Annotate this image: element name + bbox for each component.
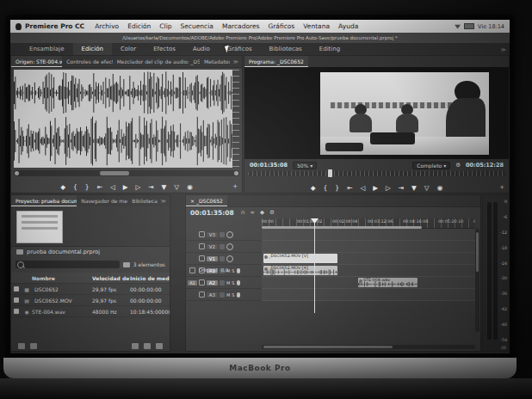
prog-lift-button[interactable]: ▼ xyxy=(411,184,417,192)
sync-lock-icon[interactable] xyxy=(220,256,225,261)
prog-step-forward-button[interactable]: ▷ xyxy=(386,184,391,192)
workspace-color[interactable]: Color xyxy=(112,43,145,55)
mute-button[interactable]: M xyxy=(226,280,230,285)
clip-a1[interactable]: _DSC0652.MOV [A] xyxy=(263,266,337,275)
delete-icon[interactable] xyxy=(156,343,163,349)
menu-archivo[interactable]: Archivo xyxy=(95,22,119,30)
menubar-clock[interactable]: Vie 18:14 xyxy=(478,23,504,30)
tab-source-clip[interactable]: Origen: STE-004.wav xyxy=(11,56,62,67)
overwrite-button[interactable]: ▽ xyxy=(174,183,179,191)
table-row[interactable]: ◉ STE-004.wav 48000 Hz 10:18:45:00000 xyxy=(11,306,170,317)
track-a1[interactable]: _DSC0652.MOV [A] xyxy=(262,265,475,277)
snap-icon[interactable]: ∩ xyxy=(241,209,245,216)
usage-checkbox[interactable] xyxy=(14,298,19,303)
wifi-icon[interactable] xyxy=(455,24,461,29)
program-zoom-select[interactable]: 50% ▾ xyxy=(293,162,317,169)
track-header-a2[interactable]: A1 A2 M S xyxy=(186,277,262,289)
track-v3[interactable] xyxy=(262,229,475,241)
tab-sequence[interactable]: × _DSC0652 xyxy=(186,195,227,206)
lock-icon[interactable] xyxy=(199,292,205,298)
track-header-v1[interactable]: V1 xyxy=(186,253,262,265)
step-back-button[interactable]: ◁ xyxy=(110,183,115,191)
tab-metadata[interactable]: Metadatos xyxy=(200,56,230,67)
source-tab-overflow-icon[interactable]: ≫ xyxy=(230,58,242,64)
new-item-icon[interactable] xyxy=(144,343,151,349)
table-header-row[interactable]: Nombre Velocidad de fot… Inicio de medio xyxy=(11,273,170,284)
usage-checkbox[interactable] xyxy=(14,309,19,314)
prog-step-back-button[interactable]: ◁ xyxy=(360,184,365,192)
go-to-in-button[interactable]: ⇤ xyxy=(97,183,102,191)
project-tab-overflow-icon[interactable]: ≫ xyxy=(158,198,170,204)
source-waveform-display[interactable] xyxy=(14,70,232,168)
usage-checkbox[interactable] xyxy=(14,286,19,292)
column-nombre[interactable]: Nombre xyxy=(32,275,92,281)
prog-play-button[interactable]: ▶ xyxy=(373,184,378,192)
menu-marcadores[interactable]: Marcadores xyxy=(222,22,260,30)
add-marker-button[interactable]: ◆ xyxy=(60,183,65,191)
prog-add-marker-button[interactable]: ◆ xyxy=(311,184,316,192)
zoombar-left-handle[interactable] xyxy=(15,171,19,175)
timeline-settings-icon[interactable]: ⚙ xyxy=(269,209,275,216)
workspace-editing[interactable]: Editing xyxy=(311,43,349,55)
lock-icon[interactable] xyxy=(199,231,205,237)
export-frame-button[interactable]: ◉ xyxy=(187,183,193,191)
menu-edicion[interactable]: Edición xyxy=(127,22,151,30)
toggle-track-output-icon[interactable] xyxy=(226,255,233,262)
source-patch-a1[interactable]: A1 xyxy=(188,280,197,285)
zoombar-right-handle[interactable] xyxy=(234,171,238,175)
tab-libraries[interactable]: Bibliotecas xyxy=(127,195,157,206)
menu-ayuda[interactable]: Ayuda xyxy=(338,22,358,30)
workspace-ensamblaje[interactable]: Ensamblaje xyxy=(21,43,73,55)
sync-lock-icon[interactable] xyxy=(220,232,225,237)
track-v1[interactable]: _DSC0652.MOV [V] xyxy=(262,253,475,265)
timeline-horizontal-scrollbar[interactable] xyxy=(262,345,475,349)
workspace-edicion[interactable]: Edición xyxy=(73,43,112,56)
table-row[interactable]: ▤ _DSC0652.MOV 29,97 fps 00:00:00:00 xyxy=(11,295,170,306)
lock-icon[interactable] xyxy=(199,279,205,285)
workspace-efectos[interactable]: Efectos xyxy=(145,43,184,55)
prog-go-to-in-button[interactable]: ⇤ xyxy=(347,184,352,192)
prog-mark-in-button[interactable]: { xyxy=(324,184,328,192)
workspace-overflow-icon[interactable]: ≫ xyxy=(498,46,510,52)
linked-selection-icon[interactable]: ∞ xyxy=(251,209,255,216)
bin-view-icon[interactable] xyxy=(123,262,130,267)
playhead-line[interactable] xyxy=(314,218,315,313)
track-a3[interactable] xyxy=(262,289,475,301)
apple-logo-icon[interactable] xyxy=(15,23,22,30)
new-bin-icon[interactable] xyxy=(132,343,139,349)
tab-media-browser[interactable]: Navegador de medios xyxy=(77,195,127,206)
play-button[interactable]: ▶ xyxy=(123,183,128,191)
timeline-tracks-area[interactable]: _DSC0652.MOV [V] _DSC0652.MOV [A] STE-00… xyxy=(262,229,475,301)
column-inicio[interactable]: Inicio de medio xyxy=(130,275,170,281)
project-file-row[interactable]: prueba documental.prproj xyxy=(11,246,170,257)
insert-button[interactable]: ▼ xyxy=(162,183,167,191)
battery-icon[interactable] xyxy=(464,23,474,29)
source-button-editor[interactable]: + xyxy=(232,183,238,190)
lock-icon[interactable] xyxy=(199,243,205,249)
tab-project[interactable]: Proyecto: prueba documental xyxy=(11,195,77,206)
column-fps[interactable]: Velocidad de fot… xyxy=(92,275,130,281)
timeline-marker-icon[interactable]: ◆ xyxy=(260,209,264,216)
sync-lock-icon[interactable] xyxy=(220,280,225,285)
voiceover-record-icon[interactable] xyxy=(237,292,240,298)
table-row[interactable]: ▦ _DSC0652 29,97 fps 00:00:00:00 xyxy=(11,284,170,295)
workspace-bibliotecas[interactable]: Bibliotecas xyxy=(261,43,311,55)
prog-go-to-out-button[interactable]: ⇥ xyxy=(399,184,404,192)
search-input[interactable] xyxy=(15,261,120,268)
solo-button[interactable]: S xyxy=(232,292,234,298)
lock-icon[interactable] xyxy=(199,255,205,261)
mute-button[interactable]: M xyxy=(226,292,230,298)
program-playhead[interactable] xyxy=(328,169,332,177)
menu-clip[interactable]: Clip xyxy=(159,22,171,30)
timeline-timecode[interactable]: 00:01:35:08 xyxy=(190,209,234,217)
master-track-header[interactable]: Original 0,0 xyxy=(186,265,262,275)
program-current-timecode[interactable]: 00:01:35:08 xyxy=(250,162,288,169)
program-resolution-select[interactable]: Completo ▾ xyxy=(412,162,450,169)
program-scrubber[interactable] xyxy=(248,171,506,176)
sync-lock-icon[interactable] xyxy=(220,292,225,298)
step-forward-button[interactable]: ▷ xyxy=(136,183,141,191)
prog-mark-out-button[interactable]: } xyxy=(335,184,339,192)
icon-view-icon[interactable] xyxy=(30,343,37,349)
sync-lock-icon[interactable] xyxy=(220,244,225,249)
app-menu-premiere[interactable]: Premiere Pro CC xyxy=(25,22,84,30)
